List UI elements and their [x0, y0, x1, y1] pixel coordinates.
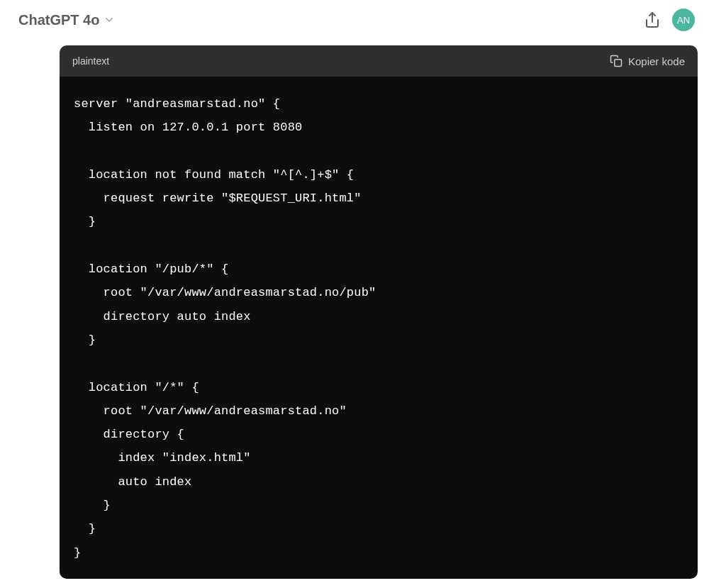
code-language-label: plaintext [72, 55, 109, 67]
app-header: ChatGPT 4o AN [0, 0, 709, 40]
chevron-down-icon [104, 14, 115, 26]
code-block: plaintext Kopier kode server "andreasmar… [60, 45, 698, 579]
code-text[interactable]: server "andreasmarstad.no" { listen on 1… [74, 92, 683, 565]
model-name: ChatGPT 4o [18, 12, 99, 28]
code-block-header: plaintext Kopier kode [60, 45, 698, 77]
content-area: plaintext Kopier kode server "andreasmar… [0, 40, 709, 579]
header-actions: AN [644, 9, 695, 31]
copy-code-label: Kopier kode [628, 55, 685, 67]
copy-code-button[interactable]: Kopier kode [610, 55, 685, 67]
avatar[interactable]: AN [672, 9, 695, 31]
code-block-body: server "andreasmarstad.no" { listen on 1… [60, 77, 698, 579]
copy-icon [610, 55, 623, 67]
svg-rect-1 [615, 60, 622, 67]
share-icon[interactable] [644, 11, 661, 28]
avatar-initials: AN [677, 15, 690, 26]
model-selector[interactable]: ChatGPT 4o [13, 8, 121, 33]
